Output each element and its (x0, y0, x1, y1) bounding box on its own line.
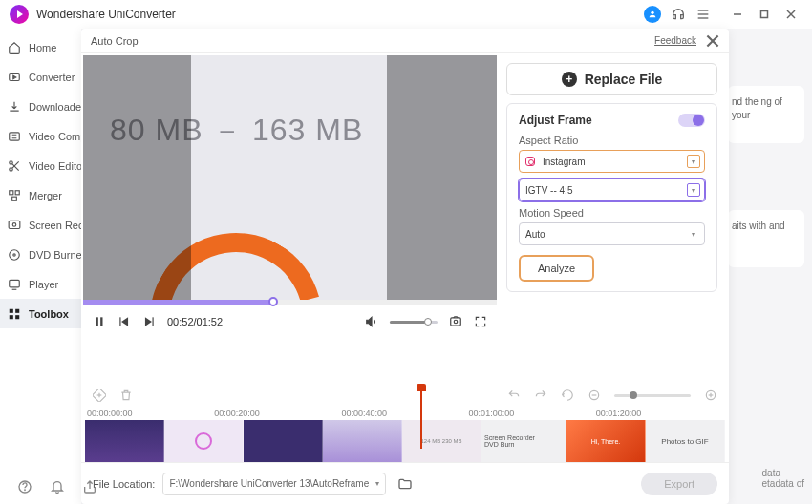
toolbox-icon (8, 307, 21, 321)
compress-icon (8, 130, 21, 143)
snapshot-button[interactable] (449, 315, 462, 328)
headset-icon[interactable] (671, 7, 686, 22)
pause-button[interactable] (93, 315, 106, 328)
timeline-thumb[interactable]: Screen RecorderDVD Burn (481, 420, 566, 462)
export-button[interactable]: Export (641, 472, 717, 495)
undo-button[interactable] (507, 388, 521, 402)
plus-icon: + (562, 72, 577, 87)
zoom-in-icon[interactable] (704, 388, 717, 402)
menu-icon[interactable] (695, 7, 711, 22)
sidebar-item-toolbox[interactable]: Toolbox (0, 299, 81, 328)
svg-rect-37 (451, 318, 461, 326)
sidebar-item-compressor[interactable]: Video Compressor (0, 121, 81, 151)
motion-speed-label: Motion Speed (519, 207, 705, 219)
bell-icon[interactable] (50, 479, 65, 494)
svg-point-38 (454, 320, 458, 324)
svg-rect-10 (10, 132, 20, 139)
video-progress[interactable] (83, 300, 497, 305)
sidebar-label: Video Compressor (29, 131, 81, 142)
timeline-thumb[interactable]: Photos to GIF (646, 420, 725, 462)
svg-rect-25 (15, 308, 19, 312)
svg-rect-33 (119, 317, 120, 326)
svg-rect-24 (10, 308, 13, 312)
sidebar-item-home[interactable]: Home (0, 32, 81, 62)
volume-slider[interactable] (390, 321, 438, 324)
sidebar-item-player[interactable]: Player (0, 269, 81, 299)
motion-speed-select[interactable]: Auto ▾ (519, 222, 705, 245)
aspect-ratio-label: Aspect Ratio (519, 135, 705, 146)
chevron-down-icon: ▾ (687, 227, 700, 241)
svg-marker-9 (13, 75, 16, 79)
timeline-thumb[interactable] (164, 420, 244, 462)
timeline-thumb[interactable] (323, 420, 402, 462)
scissors-icon (8, 159, 21, 173)
timeline-thumb[interactable] (85, 420, 164, 462)
reset-button[interactable] (561, 388, 574, 402)
add-clip-button[interactable] (93, 388, 106, 402)
crop-mask-left (83, 55, 191, 300)
player-icon (8, 278, 21, 291)
svg-point-20 (10, 249, 20, 260)
volume-icon[interactable] (365, 315, 378, 328)
adjust-frame-label: Adjust Frame (519, 114, 592, 127)
timeline-thumb[interactable] (244, 420, 323, 462)
sidebar-item-dvd[interactable]: DVD Burner (0, 240, 81, 269)
sidebar-item-editor[interactable]: Video Editor (0, 151, 81, 180)
time-display: 00:52/01:52 (167, 316, 223, 327)
merge-icon (8, 189, 21, 202)
svg-marker-32 (121, 317, 128, 326)
prev-button[interactable] (118, 315, 131, 328)
close-window-button[interactable] (780, 5, 802, 24)
sidebar-item-converter[interactable]: Converter (0, 62, 81, 92)
timeline[interactable]: 00:00:00:00 00:00:20:00 00:00:40:00 00:0… (81, 409, 729, 462)
replace-file-button[interactable]: + Replace File (506, 63, 717, 95)
sidebar-label: Merger (29, 190, 62, 201)
help-icon[interactable] (17, 479, 32, 494)
app-logo (10, 5, 29, 24)
chevron-down-icon: ▾ (687, 183, 700, 197)
timeline-thumbs[interactable]: 124 MB 230 MB Screen RecorderDVD Burn Hi… (85, 420, 725, 462)
next-button[interactable] (142, 315, 156, 328)
file-location-select[interactable]: F:\Wondershare UniConverter 13\AutoRefra… (162, 472, 385, 495)
bg-card: aits with and (728, 210, 804, 267)
svg-point-21 (13, 253, 15, 255)
fullscreen-button[interactable] (474, 315, 487, 328)
aspect-preset-select[interactable]: IGTV -- 4:5 ▾ (519, 178, 705, 201)
svg-rect-31 (100, 317, 102, 326)
svg-marker-36 (367, 317, 372, 326)
sidebar-item-downloader[interactable]: Downloader (0, 92, 81, 121)
adjust-frame-toggle[interactable] (678, 114, 705, 127)
sidebar-label: DVD Burner (29, 249, 81, 261)
aspect-platform-select[interactable]: Instagram ▾ (519, 150, 705, 173)
sidebar-item-merger[interactable]: Merger (0, 180, 81, 210)
video-preview[interactable]: 80 MB – 163 MB (83, 55, 497, 300)
auto-crop-panel: Auto Crop Feedback 80 MB – 163 MB (81, 29, 729, 504)
open-folder-button[interactable] (394, 472, 417, 495)
sidebar-label: Video Editor (29, 160, 81, 172)
maximize-button[interactable] (753, 5, 776, 24)
sidebar-label: Toolbox (29, 308, 69, 320)
progress-knob[interactable] (268, 297, 278, 306)
svg-rect-30 (96, 317, 98, 326)
svg-rect-27 (15, 315, 19, 319)
titlebar: Wondershare UniConverter (0, 0, 812, 29)
feedback-link[interactable]: Feedback (654, 35, 696, 46)
share-icon[interactable] (82, 479, 97, 494)
sidebar-item-recorder[interactable]: Screen Recorder (0, 210, 81, 240)
analyze-button[interactable]: Analyze (519, 255, 594, 282)
disc-icon (8, 248, 21, 262)
app-title: Wondershare UniConverter (36, 8, 644, 21)
playhead[interactable] (420, 388, 422, 449)
user-avatar[interactable] (644, 6, 661, 23)
minimize-button[interactable] (726, 5, 749, 24)
timeline-thumb[interactable]: 124 MB 230 MB (402, 420, 481, 462)
zoom-out-icon[interactable] (588, 388, 601, 402)
delete-clip-button[interactable] (119, 388, 133, 402)
zoom-slider[interactable] (614, 394, 691, 397)
sidebar: Home Converter Downloader Video Compress… (0, 29, 81, 504)
close-panel-button[interactable] (706, 34, 719, 48)
redo-button[interactable] (534, 388, 547, 402)
svg-point-48 (25, 490, 26, 491)
instagram-icon (525, 157, 535, 166)
timeline-thumb[interactable]: Hi, There. (566, 420, 646, 462)
